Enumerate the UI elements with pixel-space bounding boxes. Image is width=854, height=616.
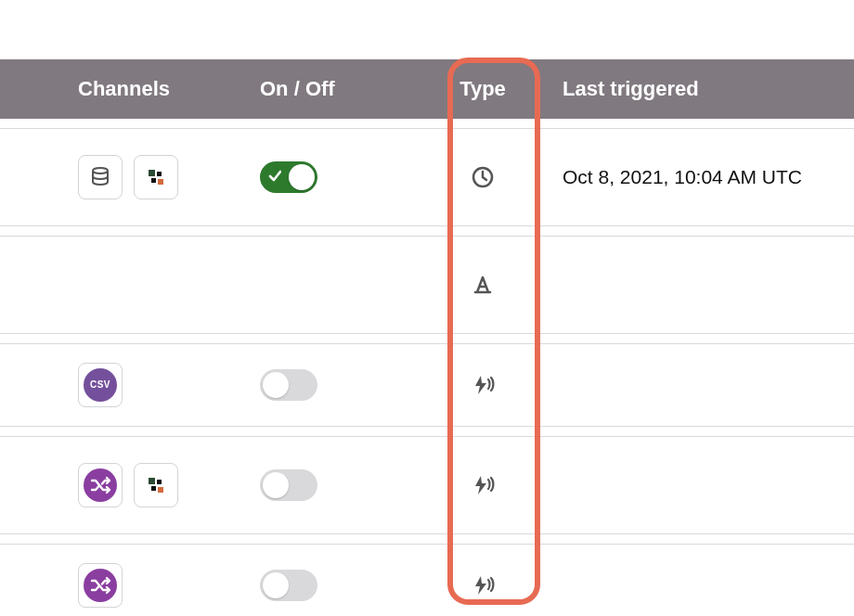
table-header-row: Channels On / Off Type Last triggered	[0, 59, 854, 119]
channel-pixel[interactable]	[134, 155, 178, 199]
csv-icon: CSV	[84, 368, 117, 402]
table-row[interactable]: CSV	[0, 343, 854, 427]
check-icon	[268, 170, 281, 183]
table-row[interactable]	[0, 544, 854, 616]
csv-label: CSV	[90, 379, 110, 390]
channel-csv[interactable]: CSV	[78, 363, 123, 407]
toggle-enabled[interactable]	[260, 570, 317, 601]
database-icon	[89, 166, 111, 188]
broadcast-icon	[470, 472, 496, 498]
toggle-enabled[interactable]	[260, 469, 317, 501]
toggle-knob	[263, 472, 289, 498]
broadcast-icon	[470, 572, 496, 598]
column-header-type[interactable]: Type	[427, 77, 538, 101]
channel-database[interactable]	[78, 155, 123, 199]
last-triggered-value: Oct 8, 2021, 10:04 AM UTC	[538, 166, 854, 188]
channel-pixel[interactable]	[134, 463, 178, 507]
toggle-knob	[263, 372, 289, 398]
table: Channels On / Off Type Last triggered O	[0, 59, 854, 616]
pixel-icon	[145, 166, 167, 188]
table-row[interactable]	[0, 236, 854, 334]
table-row[interactable]: Oct 8, 2021, 10:04 AM UTC	[0, 128, 854, 226]
pixel-icon	[145, 474, 167, 496]
channel-shuffle[interactable]	[78, 563, 123, 608]
toggle-knob	[289, 164, 315, 190]
column-header-last-triggered[interactable]: Last triggered	[538, 77, 854, 101]
table-row[interactable]	[0, 436, 854, 534]
clock-icon	[470, 164, 496, 190]
toggle-enabled[interactable]	[260, 161, 317, 193]
shuffle-icon	[84, 468, 117, 502]
column-header-channels[interactable]: Channels	[0, 77, 260, 101]
broadcast-icon	[470, 372, 496, 398]
shuffle-icon	[84, 569, 117, 602]
construction-icon	[470, 272, 496, 298]
toggle-knob	[263, 572, 289, 598]
channel-shuffle[interactable]	[78, 463, 123, 507]
toggle-enabled[interactable]	[260, 369, 317, 401]
column-header-onoff[interactable]: On / Off	[260, 77, 427, 101]
